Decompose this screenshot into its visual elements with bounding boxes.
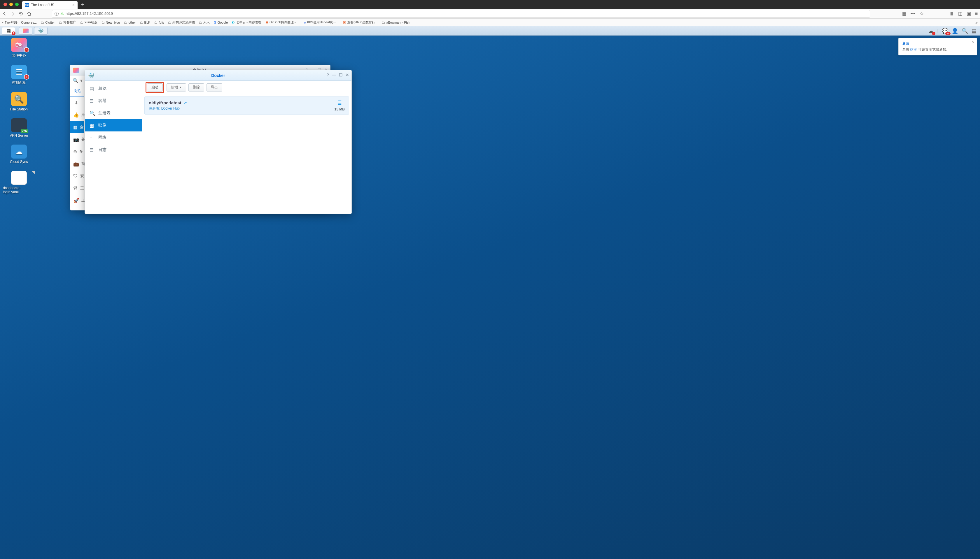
bookmark-item[interactable]: 🗀Yum站点 xyxy=(80,20,98,25)
window-maximize-icon[interactable]: ☐ xyxy=(339,73,343,77)
url-text: https://82.157.142.150:5019 xyxy=(66,12,113,16)
rocket-icon: 🚀 xyxy=(73,198,79,203)
category-business[interactable]: 💼商 xyxy=(70,158,84,170)
package-search[interactable]: 🔍▾ xyxy=(70,76,84,86)
media-icon: ⊛ xyxy=(73,149,77,154)
tab-browse[interactable]: 浏览 xyxy=(70,86,84,96)
bookmark-item[interactable]: GGoogle xyxy=(214,21,228,24)
bookmark-item[interactable]: 🗀博客推广 xyxy=(59,20,76,25)
bookmarks-overflow-icon[interactable]: » xyxy=(975,20,978,25)
add-button[interactable]: 新增 ▼ xyxy=(167,83,186,91)
bookmark-item[interactable]: 🗀New_blog xyxy=(101,21,120,24)
tab-close-icon[interactable]: × xyxy=(72,3,75,7)
bookmark-item[interactable]: ⎈K8S使用filebeat统一... xyxy=(304,20,339,25)
shield-icon: 🛡 xyxy=(73,174,78,179)
forward-icon[interactable] xyxy=(10,12,15,16)
bookmark-label: 架构师交流杂物 xyxy=(172,20,195,25)
bookmark-item[interactable]: 🗀人人 xyxy=(199,20,210,25)
reload-icon[interactable] xyxy=(19,12,23,16)
window-minimize-icon[interactable]: — xyxy=(332,73,336,77)
user-icon[interactable]: 👤 xyxy=(952,28,958,34)
image-row[interactable]: oldiy/frpc:latest ↗ 注册表: Docker Hub ≣ xyxy=(144,96,349,114)
sidebar-item-label: 容器 xyxy=(98,98,106,103)
category-dev[interactable]: 🚀工 xyxy=(70,194,84,207)
sidebar-item-log[interactable]: ☰ 日志 xyxy=(85,144,142,156)
page-actions-icon[interactable]: ••• xyxy=(910,11,915,17)
menu-icon[interactable]: ≡ xyxy=(975,11,978,17)
extensions-icon[interactable]: ▣ xyxy=(967,11,971,17)
desktop-icon-cloud-sync[interactable]: ☁ Cloud Sync xyxy=(3,145,35,164)
cat-label: 安 xyxy=(80,174,84,179)
sidebar-item-container[interactable]: ☰ 容器 xyxy=(85,95,142,107)
widgets-icon[interactable]: ▤ xyxy=(972,28,977,34)
category-security[interactable]: 🛡安 xyxy=(70,170,84,182)
folder-icon: 🗀 xyxy=(154,21,158,24)
window-close-dot[interactable] xyxy=(3,3,7,6)
desktop-icon-package-center[interactable]: 🛍 5 套件中心 xyxy=(3,38,35,58)
start-button[interactable]: 启动 xyxy=(147,83,163,91)
bookmark-item[interactable]: ▣GitBook插件整理 - … xyxy=(265,20,300,25)
desktop-icons: 🛍 5 套件中心 ☰ 1 控制面板 🔍 File Station VPN VPN… xyxy=(3,38,35,194)
cloud-alert-icon[interactable]: ☁! xyxy=(929,28,934,34)
new-tab-button[interactable]: + xyxy=(80,2,86,8)
bookmark-item[interactable]: 🗀fdfs xyxy=(154,21,164,24)
export-button[interactable]: 导出 xyxy=(207,83,222,91)
back-icon[interactable] xyxy=(2,12,7,16)
bookmark-item[interactable]: 🗀ELK xyxy=(140,21,151,24)
category-multimedia[interactable]: ⊛多 xyxy=(70,146,84,158)
cloud-sync-icon: ☁ xyxy=(11,145,27,159)
category-backup[interactable]: 📷备 xyxy=(70,133,84,146)
taskbar-main-menu[interactable]: ▦ 1 xyxy=(2,27,15,35)
sidebar-item-network[interactable]: ⌂ 网络 xyxy=(85,131,142,144)
cat-label: 工 xyxy=(80,186,84,191)
registry-link[interactable]: Docker Hub xyxy=(161,106,180,111)
window-zoom-dot[interactable] xyxy=(15,3,19,6)
address-bar[interactable]: i ⚠ https://82.157.142.150:5019 xyxy=(52,10,870,18)
desktop-icon-file[interactable]: dashboard-login.yaml xyxy=(3,171,35,194)
window-minimize-dot[interactable] xyxy=(9,3,13,6)
bookmark-item[interactable]: 🗀Clutter xyxy=(41,21,55,24)
chat-icon[interactable]: 💬38 xyxy=(942,28,948,34)
bookmark-label: Google xyxy=(217,21,228,24)
home-icon[interactable] xyxy=(27,12,32,16)
window-close-icon[interactable]: ✕ xyxy=(346,73,349,77)
folder-icon: 🗀 xyxy=(140,21,143,24)
window-help-icon[interactable]: ? xyxy=(327,73,329,77)
taskbar-app-package[interactable] xyxy=(19,27,32,35)
delete-button[interactable]: 删除 xyxy=(188,83,204,91)
close-icon[interactable]: × xyxy=(972,40,975,45)
window-titlebar[interactable]: 🐳 Docker ? — ☐ ✕ xyxy=(85,70,352,81)
bookmark-star-icon[interactable]: ☆ xyxy=(920,11,924,17)
chevron-down-icon: ▼ xyxy=(179,86,182,89)
tab-favicon-icon: DSM xyxy=(25,3,29,7)
registry-icon: 🔍 xyxy=(90,111,95,116)
bookmark-item[interactable]: 🗀other xyxy=(124,21,136,24)
desktop-icon-file-station[interactable]: 🔍 File Station xyxy=(3,92,35,111)
sidebar-item-registry[interactable]: 🔍 注册表 xyxy=(85,107,142,119)
notification-link[interactable]: 这里 xyxy=(910,48,917,51)
sidebar-item-overview[interactable]: ▤ 总览 xyxy=(85,83,142,95)
taskbar-app-docker[interactable]: 🐳 xyxy=(34,27,48,35)
desktop-icon-control-panel[interactable]: ☰ 1 控制面板 xyxy=(3,65,35,85)
category-recommend[interactable]: 👍推 xyxy=(70,109,84,121)
browser-tab[interactable]: DSM The Last of US × xyxy=(22,1,78,9)
sidebar-item-label: 总览 xyxy=(98,86,106,91)
search-icon[interactable]: 🔍 xyxy=(962,28,968,34)
bookmark-item[interactable]: ▪TinyPNG – Compres... xyxy=(2,21,37,24)
category-download[interactable]: ⬇ xyxy=(70,96,84,109)
bookmark-label: K8S使用filebeat统一... xyxy=(307,20,339,25)
bookmark-item[interactable]: ▣查看github星数排行... xyxy=(343,20,378,25)
sidebar-icon[interactable]: ◫ xyxy=(958,11,962,17)
qr-icon[interactable]: ▦ xyxy=(902,11,907,17)
library-icon[interactable]: ⫼ xyxy=(949,11,954,17)
category-all[interactable]: ▦全 xyxy=(70,121,84,133)
bookmark-item[interactable]: 🗀架构师交流杂物 xyxy=(168,20,195,25)
desktop-icon-vpn-server[interactable]: VPN VPN Server xyxy=(3,118,35,137)
category-utilities[interactable]: 🛠工 xyxy=(70,182,84,194)
bookmark-label: Yum站点 xyxy=(85,20,98,25)
site-info-icon[interactable]: i xyxy=(55,12,59,16)
sidebar-item-image[interactable]: ▦ 映像 xyxy=(85,119,142,131)
bookmark-item[interactable]: ◐七牛云 - 内容管理 xyxy=(232,20,261,25)
bookmark-item[interactable]: 🗀aBowman » Fish xyxy=(382,21,410,24)
external-link-icon[interactable]: ↗ xyxy=(184,101,187,105)
